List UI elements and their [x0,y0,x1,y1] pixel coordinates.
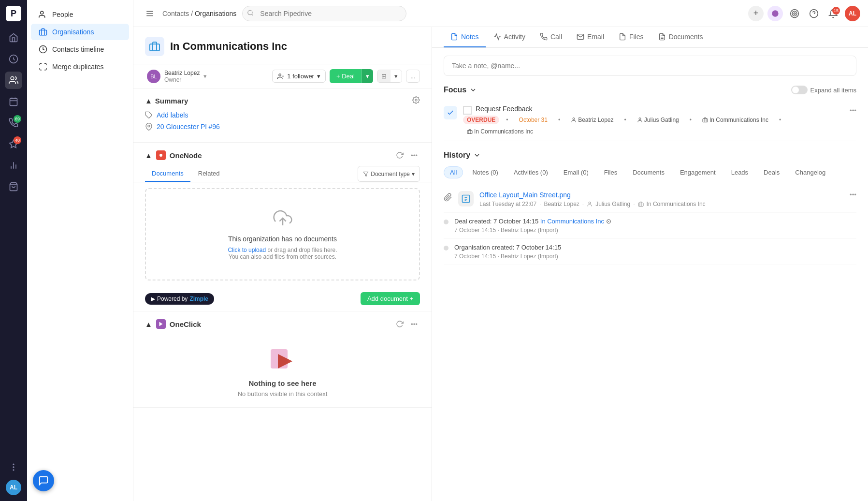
summary-settings-button[interactable] [412,96,420,105]
filter-all[interactable]: All [444,166,463,178]
expand-toggle-switch[interactable] [791,86,808,94]
notifications-icon[interactable]: 15 [825,6,841,21]
filter-deals[interactable]: Deals [757,166,786,178]
filter-email[interactable]: Email (0) [557,166,595,178]
nav-campaigns[interactable]: 69 [5,114,22,132]
nav-home[interactable] [5,29,22,46]
onenode-more-button[interactable]: ••• [408,149,420,161]
upload-area[interactable]: This organization has no documents Click… [145,188,420,280]
history-file-timestamp: Last Tuesday at 22:07 [479,201,536,207]
oneclick-refresh-button[interactable] [394,318,405,330]
owner-dropdown-button[interactable]: ▾ [203,73,207,80]
onenode-toggle-button[interactable]: ▲ OneNode [145,150,202,160]
oneclick-actions: ••• [394,318,420,330]
person-tag: Julius Gatling [633,116,683,124]
topbar: Contacts / Organisations + [133,0,868,27]
deal-btn-group: + Deal ▾ [330,69,373,83]
history-file-more-button[interactable]: ••• [850,191,856,198]
sidebar-item-people[interactable]: People [31,6,129,23]
history-file-person: Julius Gatling [595,201,630,207]
address-item: 20 Gloucester Pl #96 [145,123,420,131]
add-deal-button[interactable]: + Deal [330,69,362,83]
view-list-button[interactable]: ▾ [391,70,402,82]
nav-more[interactable] [5,458,22,476]
deal-btn-dropdown[interactable]: ▾ [362,69,373,83]
user-avatar[interactable]: AL [845,6,860,21]
oneclick-empty-desc: No buttons visible in this context [145,390,420,398]
ai-assistant-icon[interactable] [767,6,783,21]
history-header[interactable]: History [444,151,856,160]
history-file-title[interactable]: Office Layout_Main Street.png [479,191,844,199]
nav-insights[interactable] [5,157,22,174]
history-deal-org-link[interactable]: In Communications Inc [540,218,604,225]
nav-leads[interactable]: 40 [5,135,22,153]
app-logo: P [6,6,21,21]
owner-role: Owner [164,76,200,83]
onenode-refresh-button[interactable] [394,149,405,161]
chat-button[interactable] [33,470,54,491]
search-input[interactable] [242,6,406,21]
oneclick-more-button[interactable]: ••• [408,318,420,330]
right-panel: Notes Activity Call Email Files [432,27,868,501]
sidebar-item-organisations[interactable]: Organisations [31,24,129,40]
tab-related[interactable]: Related [191,166,227,182]
left-nav: P 69 40 AL [0,0,27,501]
focus-tags: OVERDUE • October 31 • Beatriz Lopez • [463,116,856,136]
view-grid-button[interactable]: ⊞ [377,70,391,82]
org-more-button[interactable]: ... [406,70,420,83]
summary-title: Summary [155,97,188,105]
tab-documents[interactable]: Documents [651,27,710,47]
menu-toggle-button[interactable] [141,5,159,22]
goals-icon[interactable] [787,6,802,21]
address-link[interactable]: 20 Gloucester Pl #96 [157,123,220,131]
filter-notes[interactable]: Notes (0) [466,166,504,178]
add-button[interactable]: + [748,6,764,21]
nav-contacts[interactable] [5,72,22,89]
nav-products[interactable] [5,178,22,195]
filter-activities[interactable]: Activities (0) [507,166,554,178]
oneclick-toggle-button[interactable]: ▲ OneClick [145,319,201,329]
focus-title[interactable]: Focus [444,86,477,94]
history-file-meta: Last Tuesday at 22:07 · Beatriz Lopez · … [479,201,844,207]
help-icon[interactable] [806,6,822,21]
svg-line-21 [252,14,253,15]
svg-point-47 [589,202,591,204]
tab-notes[interactable]: Notes [444,27,486,47]
svg-point-34 [159,154,162,157]
sidebar-item-merge-duplicates[interactable]: Merge duplicates [31,59,129,75]
svg-point-25 [794,13,795,14]
filter-documents[interactable]: Documents [626,166,671,178]
tab-email[interactable]: Email [570,27,611,47]
focus-section: Focus Expand all items [444,86,856,141]
filter-changelog[interactable]: Changelog [789,166,832,178]
expand-label: Expand all items [810,87,856,94]
summary-toggle-button[interactable]: ▲ Summary [145,97,188,105]
add-labels-link[interactable]: Add labels [157,111,188,119]
upload-desc: Click to upload or drag and drop files h… [156,247,409,260]
filter-engagement[interactable]: Engagement [674,166,722,178]
focus-checkbox[interactable] [463,106,472,115]
click-to-upload-link[interactable]: Click to upload [228,247,266,253]
nav-user-avatar[interactable]: AL [6,480,21,495]
history-org-created-item: Organisation created: 7 October 14:15 7 … [444,239,856,265]
filter-leads[interactable]: Leads [725,166,754,178]
tab-documents[interactable]: Documents [145,166,190,182]
oneclick-illustration [268,344,297,373]
follower-button[interactable]: 1 follower ▾ [272,70,326,83]
tab-files[interactable]: Files [612,27,651,47]
filter-files[interactable]: Files [598,166,623,178]
svg-marker-37 [159,322,162,326]
tab-call[interactable]: Call [533,27,569,47]
onenode-section: ▲ OneNode ••• Documents [133,143,432,311]
tab-activity[interactable]: Activity [487,27,532,47]
focus-item-more-button[interactable]: ••• [850,107,856,114]
breadcrumb-parent[interactable]: Contacts [162,10,189,17]
note-input[interactable] [444,56,856,76]
add-document-button[interactable]: Add document + [361,292,420,305]
sidebar-item-contacts-timeline[interactable]: Contacts timeline [31,41,129,58]
nav-activities[interactable] [5,93,22,110]
history-file-item: Office Layout_Main Street.png Last Tuesd… [444,186,856,213]
nav-deals[interactable] [5,50,22,68]
doc-type-filter-button[interactable]: Document type ▾ [358,166,420,182]
focus-item-icon [444,106,457,119]
